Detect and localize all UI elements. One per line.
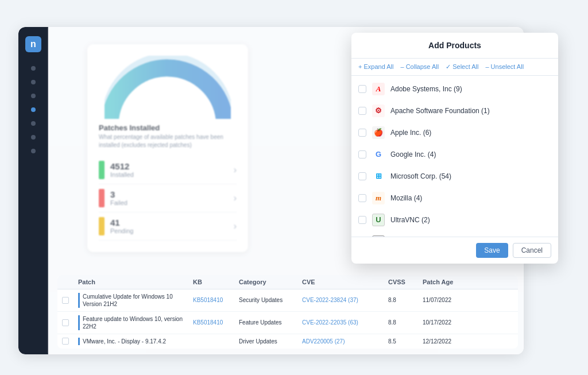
sidebar-nav-dot-1[interactable] xyxy=(31,66,36,71)
vendor-list-item[interactable]: GGoogle Inc. (4) xyxy=(351,144,558,165)
expand-all-button[interactable]: + Expand All xyxy=(358,63,393,71)
patch-cve-1[interactable]: CVE-2022-23824 (37) xyxy=(302,297,388,303)
table-header: Patch KB Category CVE CVSS Patch Age xyxy=(57,275,518,289)
stat-pending[interactable]: 41 Pending › xyxy=(99,212,237,241)
th-checkbox xyxy=(62,279,78,285)
patches-table: Patch KB Category CVE CVSS Patch Age Cum… xyxy=(57,275,518,349)
patch-name-2: Feature update to Windows 10, version 22… xyxy=(78,315,193,330)
patch-age-1: 11/07/2022 xyxy=(423,297,474,303)
vendor-logo: G xyxy=(372,148,385,161)
vendor-logo: vm xyxy=(372,235,385,237)
collapse-all-button[interactable]: – Collapse All xyxy=(400,63,439,71)
pending-count: 41 xyxy=(110,218,133,227)
vendor-list-item[interactable]: mMozilla (4) xyxy=(351,187,558,209)
vendor-list-item[interactable]: AAdobe Systems, Inc (9) xyxy=(351,78,558,100)
vendor-checkbox[interactable] xyxy=(358,172,366,180)
patch-cvss-2: 8.8 xyxy=(388,319,423,326)
failed-count: 3 xyxy=(110,190,127,199)
vendor-list-item[interactable]: ⊞Microsoft Corp. (54) xyxy=(351,165,558,187)
vendor-checkbox[interactable] xyxy=(358,85,366,93)
installed-color-indicator xyxy=(99,161,105,179)
patch-kb-2[interactable]: KB5018410 xyxy=(193,319,239,326)
sidebar-nav-dot-2[interactable] xyxy=(31,80,36,84)
save-button[interactable]: Save xyxy=(476,243,508,258)
stat-installed[interactable]: 4512 Installed › xyxy=(99,156,237,184)
vendor-list: AAdobe Systems, Inc (9)⚙Apache Software … xyxy=(351,76,558,237)
sidebar-nav-dot-7[interactable] xyxy=(31,149,36,153)
th-patch: Patch xyxy=(78,279,193,285)
patches-installed-title: Patches Installed xyxy=(99,123,237,132)
table-row[interactable]: VMware, Inc. - Display - 9.17.4.2 Driver… xyxy=(57,334,518,349)
failed-arrow-icon: › xyxy=(234,193,237,203)
patch-age-3: 12/12/2022 xyxy=(423,338,474,345)
failed-color-indicator xyxy=(99,189,105,207)
installed-arrow-icon: › xyxy=(234,165,237,175)
sidebar-nav-dot-4[interactable] xyxy=(31,107,36,112)
vendor-logo: A xyxy=(372,83,385,95)
vendor-logo: 🍎 xyxy=(372,126,385,139)
vendor-logo: U xyxy=(372,214,385,226)
vendor-list-item[interactable]: UUltraVNC (2) xyxy=(351,209,558,231)
sidebar-logo[interactable]: n xyxy=(25,36,41,52)
vendor-logo: m xyxy=(372,192,385,204)
installed-label: Installed xyxy=(110,171,134,178)
svg-text:Patch Enablement: Patch Enablement xyxy=(140,107,196,115)
modal-footer: Save Cancel xyxy=(351,237,558,264)
patch-age-2: 10/17/2022 xyxy=(423,319,474,326)
add-products-modal: Add Products + Expand All – Collapse All… xyxy=(351,33,558,264)
failed-label: Failed xyxy=(110,199,127,206)
modal-actions-bar: + Expand All – Collapse All ✓ Select All… xyxy=(351,59,558,76)
unselect-all-button[interactable]: – Unselect All xyxy=(485,63,524,71)
failed-info: 3 Failed xyxy=(110,190,127,206)
vendor-name-label: Mozilla (4) xyxy=(390,194,551,202)
stat-failed[interactable]: 3 Failed › xyxy=(99,184,237,212)
th-category: Category xyxy=(239,279,302,285)
vendor-list-item[interactable]: ⚙Apache Software Foundation (1) xyxy=(351,100,558,122)
patches-installed-subtitle: What percentage of available patches hav… xyxy=(99,133,237,149)
sidebar-nav-dot-3[interactable] xyxy=(31,94,36,98)
pending-label: Pending xyxy=(110,227,133,234)
patch-cve-2[interactable]: CVE-2022-22035 (63) xyxy=(302,319,388,326)
pending-info: 41 Pending xyxy=(110,218,133,234)
select-all-button[interactable]: ✓ Select All xyxy=(446,63,478,71)
cancel-button[interactable]: Cancel xyxy=(513,243,551,258)
vendor-checkbox[interactable] xyxy=(358,150,366,158)
gauge-chart: 93% Patch Enablement xyxy=(105,56,231,119)
vendor-list-item[interactable]: vmVMware, Inc. (4) xyxy=(351,231,558,237)
vendor-checkbox[interactable] xyxy=(358,107,366,115)
vendor-checkbox[interactable] xyxy=(358,129,366,137)
patch-kb-1[interactable]: KB5018410 xyxy=(193,297,239,303)
row-checkbox-2[interactable] xyxy=(62,319,69,326)
row-checkbox-3[interactable] xyxy=(62,338,69,345)
vendor-checkbox[interactable] xyxy=(358,194,366,202)
vendor-name-label: Microsoft Corp. (54) xyxy=(390,172,551,180)
pending-arrow-icon: › xyxy=(234,221,237,231)
vendor-name-label: Apple Inc. (6) xyxy=(390,129,551,137)
patch-cvss-1: 8.8 xyxy=(388,297,423,303)
installed-info: 4512 Installed xyxy=(110,161,134,178)
row-checkbox-1[interactable] xyxy=(62,297,69,304)
patch-cve-3[interactable]: ADV220005 (27) xyxy=(302,338,388,345)
table-row[interactable]: Cumulative Update for Windows 10 Version… xyxy=(57,289,518,312)
svg-text:93%: 93% xyxy=(155,91,180,106)
patch-name-1: Cumulative Update for Windows 10 Version… xyxy=(78,293,193,308)
vendor-logo: ⊞ xyxy=(372,170,385,183)
th-kb: KB xyxy=(193,279,239,285)
table-row[interactable]: Feature update to Windows 10, version 22… xyxy=(57,312,518,334)
vendor-name-label: Google Inc. (4) xyxy=(390,150,551,158)
patch-category-3: Driver Updates xyxy=(239,338,302,345)
patch-category-1: Security Updates xyxy=(239,297,302,303)
sidebar-nav-dot-6[interactable] xyxy=(31,135,36,140)
sidebar-nav-dot-5[interactable] xyxy=(31,121,36,126)
th-cvss: CVSS xyxy=(388,279,423,285)
patch-category-2: Feature Updates xyxy=(239,319,302,326)
patch-enablement-card: 93% Patch Enablement Patches Installed W… xyxy=(87,44,248,252)
th-cve: CVE xyxy=(302,279,388,285)
modal-title: Add Products xyxy=(351,33,558,59)
vendor-checkbox[interactable] xyxy=(358,216,366,224)
vendor-name-label: Adobe Systems, Inc (9) xyxy=(390,85,551,93)
vendor-name-label: UltraVNC (2) xyxy=(390,216,551,224)
patch-cvss-3: 8.5 xyxy=(388,338,423,345)
sidebar: n xyxy=(18,27,48,354)
vendor-list-item[interactable]: 🍎Apple Inc. (6) xyxy=(351,122,558,144)
